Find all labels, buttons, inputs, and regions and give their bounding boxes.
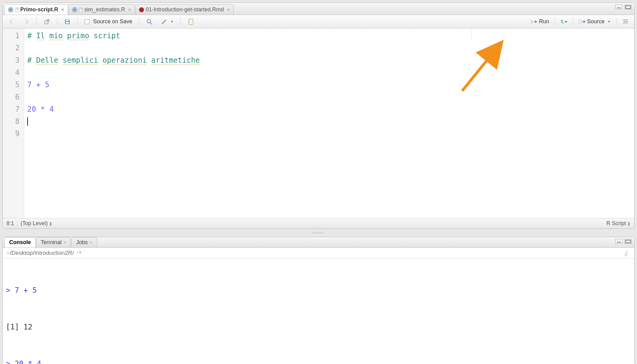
svg-rect-6 [66, 22, 69, 24]
run-button[interactable]: Run [528, 17, 552, 26]
minimize-pane-button[interactable] [615, 5, 623, 9]
tab-jobs[interactable]: Jobs × [71, 237, 97, 247]
source-pane-controls [615, 5, 632, 9]
search-icon [146, 18, 153, 25]
minimize-pane-button[interactable] [615, 239, 623, 244]
code-line [27, 115, 631, 128]
code-line [27, 42, 631, 54]
chevron-down-icon: ▼ [608, 20, 611, 23]
rerun-button[interactable] [558, 17, 570, 26]
wand-icon [161, 18, 168, 25]
popout-icon [43, 18, 50, 25]
svg-point-7 [147, 19, 151, 23]
pane-splitter[interactable] [0, 231, 637, 234]
code-line [27, 128, 631, 140]
code-line: # Il mio primo script [27, 30, 631, 42]
source-pane: R Primo-script.R × R sim_estimates.R × 0… [2, 2, 635, 229]
r-file-icon: R [8, 7, 13, 13]
source-toolbar: Source on Save ▼ Run [3, 15, 634, 28]
tab-terminal[interactable]: Terminal × [36, 237, 71, 247]
close-icon[interactable]: × [61, 7, 64, 13]
run-label: Run [539, 18, 549, 25]
svg-rect-5 [66, 20, 68, 21]
svg-rect-21 [579, 20, 582, 24]
run-icon [530, 18, 537, 25]
source-statusbar: 8:1 (Top Level) ▲▼ R Script ▲▼ [3, 218, 634, 228]
tab-label: sim_estimates.R [84, 6, 125, 13]
svg-line-8 [150, 23, 152, 24]
rmd-file-icon [139, 7, 144, 12]
clear-console-button[interactable] [623, 250, 631, 258]
rerun-icon [560, 18, 567, 25]
save-icon [64, 18, 71, 25]
tab-label: Primo-script.R [20, 6, 58, 13]
updown-icon: ▲▼ [49, 221, 52, 226]
code-line: 7 + 5 [27, 79, 631, 91]
code-editor[interactable]: 1 2 3 4 5 6 7 8 9 # Il mio primo script … [3, 28, 634, 218]
source-icon [579, 18, 585, 25]
console-output[interactable]: > 7 + 5 [1] 12 > 20 * 4 [1] 80 > [3, 258, 634, 364]
file-fold-icon [15, 8, 18, 12]
tab-intro-rmd[interactable]: 01-Introduction-get-started.Rmd × [136, 4, 234, 15]
svg-rect-18 [531, 20, 533, 21]
text-cursor [27, 117, 28, 126]
find-button[interactable] [144, 17, 155, 26]
close-icon[interactable]: × [128, 7, 131, 13]
line-gutter: 1 2 3 4 5 6 7 8 9 [3, 28, 24, 218]
console-tabbar: Console Terminal × Jobs × [3, 237, 634, 248]
svg-line-9 [162, 20, 166, 24]
console-pane-controls [615, 239, 632, 244]
console-pane: Console Terminal × Jobs × ~/Desktop/Intr… [2, 237, 635, 364]
svg-text:R: R [74, 8, 76, 12]
tab-label: Terminal [41, 239, 62, 246]
svg-text:R: R [9, 8, 12, 12]
maximize-pane-button[interactable] [624, 239, 632, 244]
code-line [27, 66, 631, 79]
arrow-left-icon [8, 18, 15, 25]
arrow-right-icon [23, 18, 30, 25]
margin-guide [471, 28, 472, 41]
close-icon[interactable]: × [227, 7, 230, 13]
goto-dir-icon[interactable] [76, 250, 82, 256]
svg-rect-19 [531, 21, 533, 22]
code-area[interactable]: # Il mio primo script # Delle semplici o… [24, 28, 634, 218]
show-in-new-window-button[interactable] [41, 17, 53, 26]
save-button[interactable] [62, 17, 73, 26]
source-tabbar: R Primo-script.R × R sim_estimates.R × 0… [3, 3, 634, 15]
code-line [27, 91, 631, 103]
compile-report-button[interactable] [185, 17, 197, 26]
chevron-down-icon: ▼ [171, 20, 174, 23]
maximize-pane-button[interactable] [624, 5, 632, 9]
tab-label: Jobs [76, 239, 88, 246]
source-on-save-label: Source on Save [93, 18, 132, 25]
tab-label: 01-Introduction-get-started.Rmd [146, 6, 224, 13]
source-label: Source [587, 18, 605, 25]
outline-icon [622, 18, 629, 25]
close-icon[interactable]: × [89, 240, 92, 245]
tab-primo-script[interactable]: R Primo-script.R × [5, 4, 68, 15]
tab-sim-estimates[interactable]: R sim_estimates.R × [69, 4, 135, 15]
tab-label: Console [9, 239, 31, 246]
code-tools-button[interactable]: ▼ [158, 17, 176, 26]
console-path-bar: ~/Desktop/Introduction2R/ [3, 248, 634, 258]
close-icon[interactable]: × [63, 240, 66, 245]
svg-rect-20 [531, 22, 533, 23]
tab-console[interactable]: Console [5, 237, 36, 247]
outline-button[interactable] [620, 17, 631, 26]
checkbox-icon [85, 19, 89, 24]
r-file-icon: R [72, 7, 77, 13]
file-mode-selector[interactable]: R Script ▲▼ [606, 220, 631, 227]
file-fold-icon [79, 8, 82, 12]
source-on-save-toggle[interactable]: Source on Save [82, 17, 135, 26]
nav-back-button[interactable] [6, 17, 17, 26]
updown-icon: ▲▼ [627, 221, 631, 226]
code-line: # Delle semplici operazioni aritmetiche [27, 54, 631, 66]
nav-forward-button[interactable] [21, 17, 32, 26]
source-button[interactable]: Source ▼ [576, 17, 613, 26]
code-line: 20 * 4 [27, 103, 631, 115]
notebook-icon [187, 18, 194, 25]
scope-selector[interactable]: (Top Level) ▲▼ [21, 220, 52, 227]
working-dir: ~/Desktop/Introduction2R/ [6, 250, 74, 256]
cursor-position: 8:1 [6, 220, 14, 227]
